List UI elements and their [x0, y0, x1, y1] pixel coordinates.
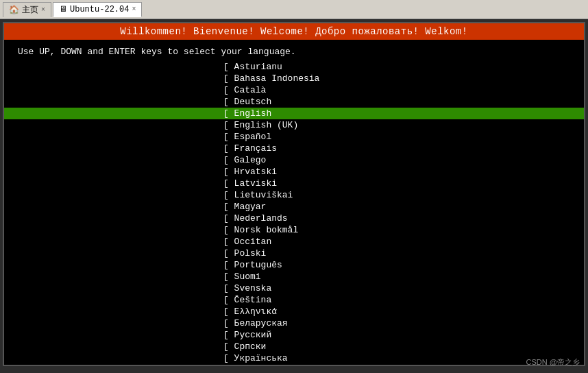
list-item[interactable]: [ Српски	[4, 341, 584, 352]
list-item[interactable]: [ Hrvatski	[4, 166, 584, 178]
list-item[interactable]: [ English	[4, 108, 584, 119]
list-item[interactable]: [ Galego	[4, 154, 584, 166]
list-item[interactable]: [ Svenska	[4, 282, 584, 294]
list-item[interactable]: [ Suomi	[4, 271, 584, 282]
list-item[interactable]: [ Latviski	[4, 178, 584, 189]
list-item[interactable]: [ Asturianu	[4, 61, 584, 73]
list-item[interactable]: [ Беларуская	[4, 317, 584, 329]
tab-ubuntu[interactable]: 🖥Ubuntu-22.04×	[53, 2, 142, 17]
tab-close-home[interactable]: ×	[41, 6, 45, 14]
tab-label-ubuntu: Ubuntu-22.04	[70, 5, 129, 14]
tab-label-home: 主页	[22, 4, 38, 16]
language-list[interactable]: [ Asturianu[ Bahasa Indonesia[ Català[ D…	[4, 61, 584, 364]
terminal-wrapper: Willkommen! Bienvenue! Welcome! Добро по…	[3, 22, 585, 366]
list-item[interactable]: [ English (UK)	[4, 119, 584, 131]
list-item[interactable]: [ Español	[4, 131, 584, 143]
list-item[interactable]: [ Lietuviškai	[4, 189, 584, 201]
list-item[interactable]: [ Українська	[4, 352, 584, 364]
list-item[interactable]: [ Norsk bokmål	[4, 224, 584, 236]
list-item[interactable]: [ Nederlands	[4, 213, 584, 224]
title-bar: 🏠主页×🖥Ubuntu-22.04×	[0, 0, 588, 19]
list-item[interactable]: [ Ελληνικά	[4, 306, 584, 317]
list-item[interactable]: [ Deutsch	[4, 96, 584, 108]
list-item[interactable]: [ Català	[4, 84, 584, 96]
instructions: Use UP, DOWN and ENTER keys to select yo…	[4, 40, 584, 61]
list-item[interactable]: [ Русский	[4, 329, 584, 341]
list-item[interactable]: [ Português	[4, 259, 584, 271]
list-item[interactable]: [ Français	[4, 143, 584, 154]
list-item[interactable]: [ Magyar	[4, 201, 584, 213]
list-item[interactable]: [ Bahasa Indonesia	[4, 73, 584, 84]
tab-icon-ubuntu: 🖥	[59, 4, 67, 14]
tab-close-ubuntu[interactable]: ×	[132, 5, 136, 13]
tab-home[interactable]: 🏠主页×	[3, 2, 51, 17]
welcome-banner: Willkommen! Bienvenue! Welcome! Добро по…	[4, 23, 584, 40]
list-item[interactable]: [ Occitan	[4, 236, 584, 248]
list-item[interactable]: [ Čeština	[4, 294, 584, 306]
watermark: CSDN @帝之乡	[526, 357, 580, 368]
list-item[interactable]: [ Polski	[4, 248, 584, 259]
tab-icon-home: 🏠	[9, 5, 19, 15]
